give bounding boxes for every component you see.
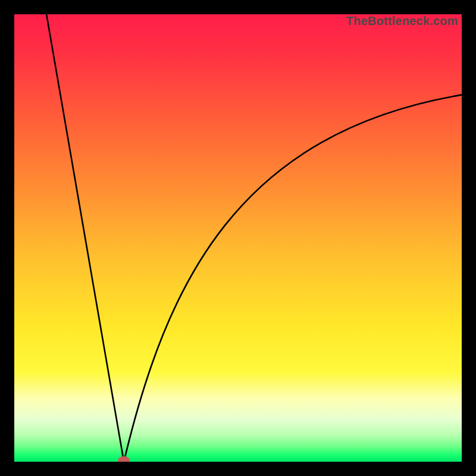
- gradient-background: [14, 14, 462, 462]
- plot-area: TheBottleneck.com: [14, 14, 462, 462]
- chart-frame: TheBottleneck.com: [0, 0, 476, 476]
- bottleneck-curve-chart: [14, 14, 462, 462]
- source-label: TheBottleneck.com: [346, 14, 458, 28]
